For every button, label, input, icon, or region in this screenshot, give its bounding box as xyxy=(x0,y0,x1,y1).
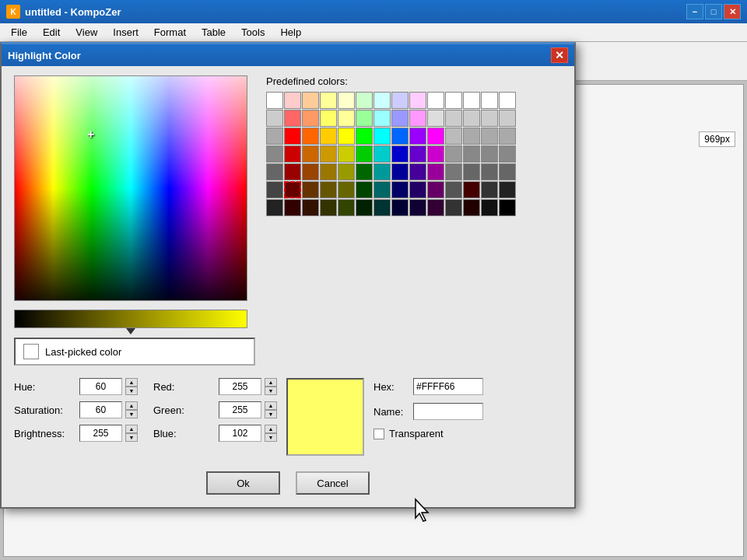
color-cell[interactable] xyxy=(445,181,462,198)
color-cell[interactable] xyxy=(266,181,283,198)
minimize-button[interactable]: − xyxy=(686,4,703,19)
color-cell[interactable] xyxy=(320,163,337,180)
color-cell[interactable] xyxy=(463,145,480,163)
last-picked-row[interactable]: Last-picked color xyxy=(14,338,255,366)
color-cell[interactable] xyxy=(499,163,516,180)
color-cell[interactable] xyxy=(266,199,283,216)
red-up-button[interactable]: ▲ xyxy=(265,378,277,387)
blue-up-button[interactable]: ▲ xyxy=(265,425,277,433)
menu-insert[interactable]: Insert xyxy=(105,25,146,40)
color-cell[interactable] xyxy=(374,128,391,145)
color-cell[interactable] xyxy=(320,110,337,127)
hue-down-button[interactable]: ▼ xyxy=(125,387,138,395)
color-cell[interactable] xyxy=(409,110,426,127)
saturation-up-button[interactable]: ▲ xyxy=(125,401,138,410)
color-cell[interactable] xyxy=(409,181,426,198)
color-cell[interactable] xyxy=(463,128,480,145)
color-cell[interactable] xyxy=(391,199,409,216)
color-cell[interactable] xyxy=(374,181,391,198)
color-cell[interactable] xyxy=(499,128,516,145)
color-gradient[interactable] xyxy=(14,75,247,301)
cancel-button[interactable]: Cancel xyxy=(296,471,370,495)
dialog-close-button[interactable]: ✕ xyxy=(551,47,568,63)
color-cell[interactable] xyxy=(427,145,444,163)
color-cell[interactable] xyxy=(463,199,480,216)
color-cell[interactable] xyxy=(374,145,391,163)
color-cell[interactable] xyxy=(266,128,283,145)
color-cell[interactable] xyxy=(409,145,426,163)
color-cell[interactable] xyxy=(338,199,355,216)
hex-input[interactable] xyxy=(413,378,483,395)
name-input[interactable] xyxy=(413,403,483,420)
color-cell[interactable] xyxy=(302,110,319,127)
brightness-input[interactable] xyxy=(79,425,122,442)
green-up-button[interactable]: ▲ xyxy=(265,401,277,410)
color-cell[interactable] xyxy=(391,163,409,180)
hue-input[interactable] xyxy=(79,378,122,395)
color-cell[interactable] xyxy=(320,92,337,109)
green-input[interactable] xyxy=(219,401,261,418)
color-cell[interactable] xyxy=(391,92,409,109)
color-cell[interactable] xyxy=(320,181,337,198)
blue-input[interactable] xyxy=(219,425,261,442)
color-cell[interactable] xyxy=(499,181,516,198)
color-cell[interactable] xyxy=(499,199,516,216)
color-cell[interactable] xyxy=(266,92,283,109)
color-cell[interactable] xyxy=(356,128,373,145)
color-cell[interactable] xyxy=(481,110,498,127)
color-cell[interactable] xyxy=(463,181,480,198)
color-cell[interactable] xyxy=(356,92,373,109)
menu-edit[interactable]: Edit xyxy=(35,25,68,40)
color-cell[interactable] xyxy=(338,128,355,145)
color-cell[interactable] xyxy=(338,181,355,198)
color-cell[interactable] xyxy=(481,199,498,216)
color-cell[interactable] xyxy=(284,181,301,198)
green-down-button[interactable]: ▼ xyxy=(265,410,277,418)
color-cell[interactable] xyxy=(284,145,301,163)
color-cell[interactable] xyxy=(499,92,516,109)
color-cell[interactable] xyxy=(391,145,409,163)
color-cell[interactable] xyxy=(302,181,319,198)
color-cell[interactable] xyxy=(427,128,444,145)
menu-tools[interactable]: Tools xyxy=(233,25,272,40)
color-cell[interactable] xyxy=(499,110,516,127)
color-cell[interactable] xyxy=(302,92,319,109)
color-cell[interactable] xyxy=(409,92,426,109)
color-cell[interactable] xyxy=(284,128,301,145)
blue-down-button[interactable]: ▼ xyxy=(265,433,277,442)
color-cell[interactable] xyxy=(445,163,462,180)
color-cell[interactable] xyxy=(463,163,480,180)
color-cell[interactable] xyxy=(338,163,355,180)
color-cell[interactable] xyxy=(356,145,373,163)
color-cell[interactable] xyxy=(427,181,444,198)
menu-format[interactable]: Format xyxy=(146,25,194,40)
color-cell[interactable] xyxy=(463,92,480,109)
color-cell[interactable] xyxy=(338,145,355,163)
color-cell[interactable] xyxy=(356,163,373,180)
color-cell[interactable] xyxy=(481,145,498,163)
color-cell[interactable] xyxy=(391,128,409,145)
ok-button[interactable]: Ok xyxy=(206,471,280,495)
color-cell[interactable] xyxy=(427,92,444,109)
color-cell[interactable] xyxy=(338,110,355,127)
red-input[interactable] xyxy=(219,378,261,395)
maximize-button[interactable]: □ xyxy=(705,4,722,19)
color-cell[interactable] xyxy=(284,163,301,180)
menu-table[interactable]: Table xyxy=(194,25,233,40)
color-cell[interactable] xyxy=(302,128,319,145)
color-cell[interactable] xyxy=(284,110,301,127)
color-cell[interactable] xyxy=(374,110,391,127)
color-cell[interactable] xyxy=(481,128,498,145)
color-cell[interactable] xyxy=(499,145,516,163)
color-cell[interactable] xyxy=(463,110,480,127)
brightness-up-button[interactable]: ▲ xyxy=(125,425,138,433)
menu-help[interactable]: Help xyxy=(272,25,309,40)
color-cell[interactable] xyxy=(481,181,498,198)
color-cell[interactable] xyxy=(427,110,444,127)
color-cell[interactable] xyxy=(374,163,391,180)
menu-file[interactable]: File xyxy=(3,25,35,40)
color-cell[interactable] xyxy=(320,128,337,145)
color-cell[interactable] xyxy=(320,199,337,216)
transparent-checkbox[interactable] xyxy=(374,429,384,439)
color-cell[interactable] xyxy=(409,128,426,145)
